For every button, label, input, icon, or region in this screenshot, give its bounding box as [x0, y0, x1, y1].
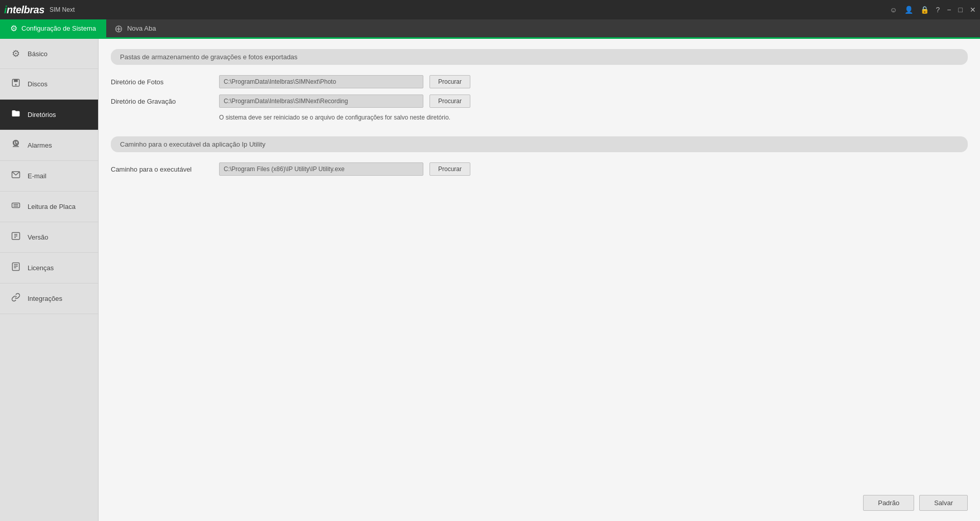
btn-padrao[interactable]: Padrão: [863, 495, 914, 511]
info-text: O sistema deve ser reiniciado se o arqui…: [219, 114, 968, 121]
help-icon[interactable]: ?: [936, 6, 940, 14]
logo-area: intelbras SIM Next: [4, 4, 75, 16]
sidebar-discos-label: Discos: [28, 80, 47, 88]
sidebar-item-licencas[interactable]: Licenças: [0, 253, 98, 283]
titlebar-right: ☺ 👤 🔒 ? − □ ✕: [890, 6, 976, 14]
section-storage-header: Pastas de armazenamento de gravações e f…: [111, 49, 968, 65]
sidebar-integracoes-label: Integrações: [28, 295, 62, 302]
email-icon: [10, 170, 21, 182]
account-icon[interactable]: ☺: [890, 6, 897, 14]
logo-text: intelbras: [4, 4, 44, 16]
svg-rect-3: [15, 140, 16, 141]
sidebar-alarmes-label: Alarmes: [28, 141, 52, 149]
maximize-icon[interactable]: □: [959, 6, 963, 14]
content-area: Pastas de armazenamento de gravações e f…: [99, 39, 980, 521]
form-row-executavel: Caminho para o executável Procurar: [111, 162, 968, 176]
bottom-bar: Padrão Salvar: [863, 495, 968, 511]
svg-rect-1: [14, 79, 18, 82]
tab-configuracao[interactable]: ⚙ Configuração de Sistema: [0, 19, 106, 37]
sidebar: ⚙ Básico Discos Diretórios Alarmes: [0, 39, 99, 521]
sidebar-item-versao[interactable]: Versão: [0, 222, 98, 253]
label-executavel: Caminho para o executável: [111, 165, 213, 173]
close-icon[interactable]: ✕: [970, 6, 976, 14]
form-row-fotos: Diretório de Fotos Procurar: [111, 75, 968, 88]
sidebar-item-diretorios[interactable]: Diretórios: [0, 100, 98, 130]
folder-icon: [10, 109, 21, 121]
input-fotos[interactable]: [219, 75, 423, 88]
sidebar-item-leitura-placa[interactable]: Leitura de Placa: [0, 192, 98, 222]
user-icon[interactable]: 👤: [904, 6, 913, 14]
main-layout: ⚙ Básico Discos Diretórios Alarmes: [0, 39, 980, 521]
section-ip-header: Caminho para o executável da aplicação I…: [111, 136, 968, 152]
sidebar-item-discos[interactable]: Discos: [0, 69, 98, 100]
license-icon: [10, 262, 21, 274]
tab-nova-aba[interactable]: ⊕ Nova Aba: [106, 19, 164, 37]
tabbar: ⚙ Configuração de Sistema ⊕ Nova Aba: [0, 19, 980, 39]
alarm-icon: [10, 139, 21, 151]
sidebar-diretorios-label: Diretórios: [28, 111, 56, 119]
gear-icon: ⚙: [10, 48, 21, 59]
sidebar-item-email[interactable]: E-mail: [0, 161, 98, 192]
section-ip-utility: Caminho para o executável da aplicação I…: [111, 136, 968, 176]
sidebar-basico-label: Básico: [28, 50, 47, 58]
btn-salvar[interactable]: Salvar: [919, 495, 968, 511]
sidebar-versao-label: Versão: [28, 233, 48, 241]
btn-procurar-gravacao[interactable]: Procurar: [429, 94, 470, 108]
input-executavel[interactable]: [219, 162, 423, 176]
input-gravacao[interactable]: [219, 94, 423, 108]
plate-icon: [10, 201, 21, 212]
plus-icon: ⊕: [114, 22, 123, 35]
btn-procurar-fotos[interactable]: Procurar: [429, 75, 470, 88]
tab-nova-aba-label: Nova Aba: [127, 25, 156, 32]
form-row-gravacao: Diretório de Gravação Procurar: [111, 94, 968, 108]
minimize-icon[interactable]: −: [947, 6, 951, 14]
lock-icon[interactable]: 🔒: [920, 6, 929, 14]
link-icon: [10, 293, 21, 304]
gear-tab-icon: ⚙: [10, 23, 17, 33]
info-icon: [10, 231, 21, 243]
disk-icon: [10, 78, 21, 90]
label-fotos: Diretório de Fotos: [111, 78, 213, 86]
svg-rect-6: [12, 203, 20, 208]
sidebar-licencas-label: Licenças: [28, 264, 54, 272]
sidebar-item-alarmes[interactable]: Alarmes: [0, 130, 98, 161]
sidebar-item-integracoes[interactable]: Integrações: [0, 283, 98, 314]
sidebar-item-basico[interactable]: ⚙ Básico: [0, 39, 98, 69]
titlebar-left: intelbras SIM Next: [4, 4, 75, 16]
sim-next-label: SIM Next: [50, 6, 75, 13]
tab-configuracao-label: Configuração de Sistema: [21, 25, 96, 32]
sidebar-email-label: E-mail: [28, 172, 46, 180]
svg-point-2: [15, 84, 17, 85]
titlebar: intelbras SIM Next ☺ 👤 🔒 ? − □ ✕: [0, 0, 980, 19]
btn-procurar-executavel[interactable]: Procurar: [429, 162, 470, 176]
sidebar-leitura-placa-label: Leitura de Placa: [28, 203, 76, 210]
section-storage: Pastas de armazenamento de gravações e f…: [111, 49, 968, 121]
label-gravacao: Diretório de Gravação: [111, 98, 213, 105]
